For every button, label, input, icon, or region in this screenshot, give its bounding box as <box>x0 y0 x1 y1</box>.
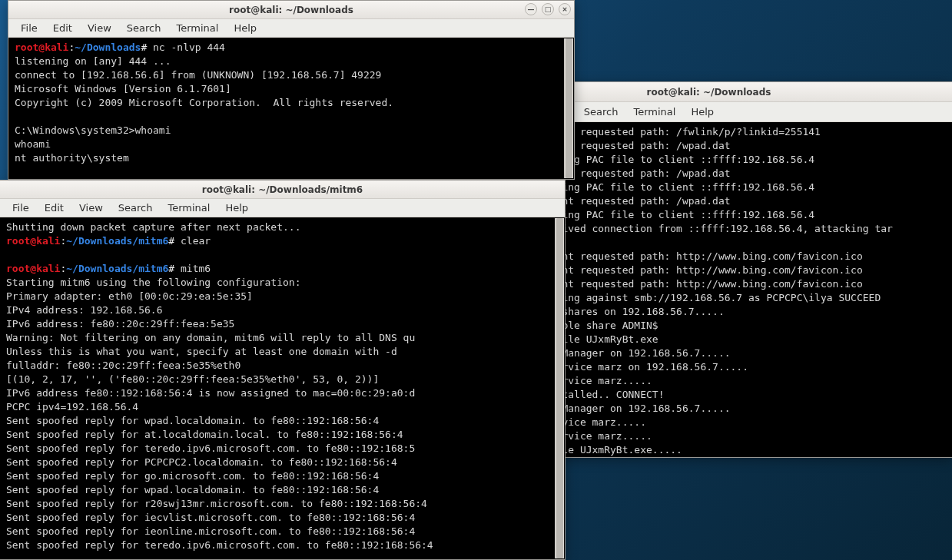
menu-search[interactable]: Search <box>576 104 626 120</box>
menu-view[interactable]: View <box>80 20 119 36</box>
prompt-path: ~/Downloads/mitm6 <box>66 235 168 247</box>
prompt-user: root@kali <box>15 41 68 53</box>
scrollbar[interactable] <box>555 218 564 558</box>
output-line: Shutting down packet capture after next … <box>6 221 301 233</box>
window-title: root@kali: ~/Downloads <box>647 87 771 98</box>
menu-view[interactable]: View <box>71 200 111 216</box>
scroll-thumb[interactable] <box>566 38 572 178</box>
minimize-icon[interactable]: — <box>525 3 537 15</box>
menu-file[interactable]: File <box>13 20 45 36</box>
titlebar[interactable]: root@kali: ~/Downloads/mitm6 <box>0 181 565 199</box>
titlebar[interactable]: root@kali: ~/Downloads — □ × <box>8 1 574 19</box>
menu-search[interactable]: Search <box>119 20 169 36</box>
prompt-hash: # <box>168 263 174 274</box>
output-lines: Starting mitm6 using the following confi… <box>6 277 433 551</box>
window-title: root@kali: ~/Downloads <box>229 5 353 15</box>
menu-help[interactable]: Help <box>683 104 721 120</box>
maximize-icon[interactable]: □ <box>542 3 554 15</box>
scrollbar[interactable] <box>564 38 573 178</box>
menu-edit[interactable]: Edit <box>45 20 80 36</box>
terminal-window-nc[interactable]: root@kali: ~/Downloads — □ × File Edit V… <box>8 0 575 180</box>
menubar: File Edit View Search Terminal Help <box>8 19 574 38</box>
menu-terminal[interactable]: Terminal <box>160 200 217 216</box>
prompt-user: root@kali <box>6 263 60 274</box>
menu-help[interactable]: Help <box>217 200 256 216</box>
menu-terminal[interactable]: Terminal <box>625 104 683 120</box>
prompt-hash: # <box>168 235 174 247</box>
menu-search[interactable]: Search <box>111 200 161 216</box>
menu-edit[interactable]: Edit <box>37 200 71 216</box>
close-icon[interactable]: × <box>559 3 571 15</box>
terminal-window-mitm6[interactable]: root@kali: ~/Downloads/mitm6 File Edit V… <box>0 180 566 560</box>
menu-help[interactable]: Help <box>226 20 264 36</box>
terminal-output[interactable]: root@kali:~/Downloads# nc -nlvp 444 list… <box>8 38 574 179</box>
prompt-user: root@kali <box>6 235 60 247</box>
menu-terminal[interactable]: Terminal <box>168 20 226 36</box>
window-title: root@kali: ~/Downloads/mitm6 <box>202 184 363 195</box>
prompt-path: ~/Downloads/mitm6 <box>66 263 168 274</box>
command: nc -nlvp 444 <box>147 41 225 53</box>
terminal-output[interactable]: Shutting down packet capture after next … <box>0 217 565 559</box>
prompt-path: ~/Downloads <box>75 41 141 53</box>
menu-file[interactable]: File <box>5 200 37 216</box>
scroll-thumb[interactable] <box>556 218 563 558</box>
output-lines: listening on [any] 444 ... connect to [1… <box>15 55 393 164</box>
menubar: File Edit View Search Terminal Help <box>0 199 565 217</box>
command: mitm6 <box>174 263 211 274</box>
command: clear <box>174 235 211 247</box>
